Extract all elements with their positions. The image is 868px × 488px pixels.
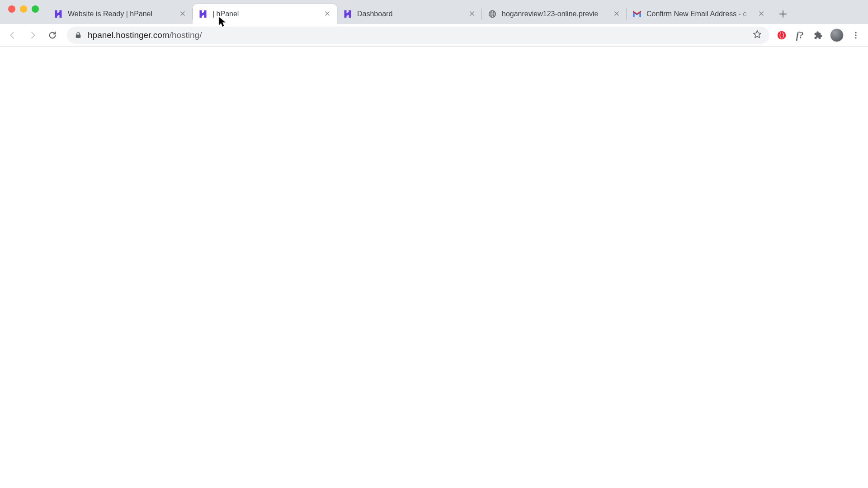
lock-icon (74, 31, 82, 39)
close-icon[interactable] (179, 10, 187, 18)
tab-strip: Website is Ready | hPanel | hPanel (0, 0, 868, 24)
svg-point-4 (780, 32, 783, 39)
svg-point-5 (855, 32, 856, 33)
svg-point-6 (855, 35, 856, 36)
forward-button[interactable] (24, 27, 41, 43)
tab-preview-site[interactable]: hoganreview123-online.previe (482, 4, 627, 24)
tab-website-ready[interactable]: Website is Ready | hPanel (48, 4, 193, 24)
back-button[interactable] (5, 27, 21, 43)
font-question-extension-icon[interactable]: f? (794, 29, 806, 41)
tab-dashboard[interactable]: Dashboard (337, 4, 482, 24)
svg-point-7 (855, 37, 856, 38)
window-maximize-button[interactable] (32, 5, 39, 13)
profile-avatar[interactable] (830, 28, 844, 42)
bookmark-star-icon[interactable] (752, 29, 762, 41)
window-close-button[interactable] (8, 5, 15, 13)
globe-icon (487, 9, 497, 19)
url-text: hpanel.hostinger.com/hosting/ (88, 30, 747, 40)
tab-gmail-confirm[interactable]: Confirm New Email Address - c (627, 4, 771, 24)
hostinger-icon (343, 9, 353, 19)
tab-title: | hPanel (212, 10, 321, 18)
tab-hpanel[interactable]: | hPanel (193, 4, 337, 24)
tab-title: Dashboard (357, 10, 466, 18)
kebab-menu-icon[interactable] (850, 29, 862, 41)
url-path: /hosting/ (170, 30, 202, 40)
tab-title: Confirm New Email Address - c (646, 10, 755, 18)
new-tab-button[interactable] (775, 6, 791, 22)
reload-button[interactable] (44, 27, 61, 43)
browser-chrome: Website is Ready | hPanel | hPanel (0, 0, 868, 47)
address-bar[interactable]: hpanel.hostinger.com/hosting/ (67, 27, 769, 44)
gmail-icon (632, 9, 642, 19)
close-icon[interactable] (613, 10, 621, 18)
page-content (0, 47, 868, 488)
hostinger-icon (53, 9, 63, 19)
toolbar-right: f? (776, 28, 863, 42)
window-controls (5, 0, 48, 24)
close-icon[interactable] (758, 10, 766, 18)
hostinger-icon (198, 9, 208, 19)
close-icon[interactable] (468, 10, 476, 18)
window-minimize-button[interactable] (20, 5, 27, 13)
close-icon[interactable] (324, 10, 332, 18)
toolbar: hpanel.hostinger.com/hosting/ f? (0, 24, 868, 47)
extensions-puzzle-icon[interactable] (812, 29, 824, 41)
tab-title: hoganreview123-online.previe (502, 10, 610, 18)
tab-title: Website is Ready | hPanel (68, 10, 176, 18)
opera-extension-icon[interactable] (776, 29, 788, 41)
url-host: hpanel.hostinger.com (88, 30, 170, 40)
tabs-container: Website is Ready | hPanel | hPanel (48, 0, 771, 24)
